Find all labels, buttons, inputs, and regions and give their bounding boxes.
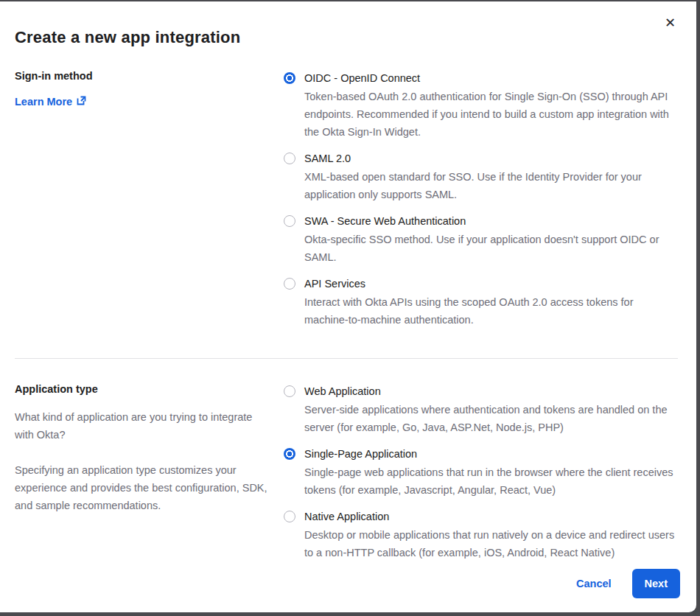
- create-app-integration-dialog: ✕ Create a new app integration Sign-in m…: [0, 1, 696, 612]
- radio-option-native-application[interactable]: Native Application Desktop or mobile app…: [284, 508, 678, 561]
- option-body: Single-Page Application Single-page web …: [304, 446, 678, 499]
- application-type-heading: Application type: [15, 383, 269, 395]
- radio-option-web-application[interactable]: Web Application Server-side applications…: [284, 383, 678, 436]
- option-body: SWA - Secure Web Authentication Okta-spe…: [304, 213, 678, 266]
- radio-button-swa[interactable]: [284, 215, 295, 227]
- radio-button-native-application[interactable]: [284, 511, 295, 522]
- radio-option-api-services[interactable]: API Services Interact with Okta APIs usi…: [284, 276, 678, 329]
- radio-option-single-page-application[interactable]: Single-Page Application Single-page web …: [284, 446, 678, 499]
- dialog-content: Create a new app integration Sign-in met…: [0, 1, 696, 571]
- radio-option-saml[interactable]: SAML 2.0 XML-based open standard for SSO…: [284, 150, 678, 203]
- application-type-question: What kind of application are you trying …: [15, 408, 269, 444]
- option-description-api-services: Interact with Okta APIs using the scoped…: [304, 293, 678, 329]
- radio-button-api-services[interactable]: [284, 278, 295, 290]
- option-body: API Services Interact with Okta APIs usi…: [304, 276, 678, 329]
- application-type-explanation: Specifying an application type customize…: [15, 461, 269, 514]
- option-label-web-application: Web Application: [304, 383, 678, 399]
- next-button[interactable]: Next: [632, 569, 680, 598]
- radio-option-oidc[interactable]: OIDC - OpenID Connect Token-based OAuth …: [284, 70, 678, 141]
- option-description-single-page-application: Single-page web applications that run in…: [304, 463, 678, 499]
- radio-button-web-application[interactable]: [284, 385, 295, 397]
- application-type-left-column: Application type What kind of applicatio…: [15, 383, 284, 571]
- signin-method-heading: Sign-in method: [15, 70, 269, 82]
- option-description-oidc: Token-based OAuth 2.0 authentication for…: [304, 88, 678, 141]
- radio-option-swa[interactable]: SWA - Secure Web Authentication Okta-spe…: [284, 213, 678, 266]
- signin-method-left-column: Sign-in method Learn More: [15, 70, 284, 338]
- dialog-footer: Cancel Next: [576, 569, 680, 598]
- radio-button-oidc[interactable]: [284, 72, 295, 84]
- learn-more-label: Learn More: [15, 96, 72, 108]
- radio-button-saml[interactable]: [284, 153, 295, 164]
- option-label-saml: SAML 2.0: [304, 150, 678, 167]
- option-label-native-application: Native Application: [304, 508, 678, 525]
- option-label-single-page-application: Single-Page Application: [304, 446, 678, 462]
- learn-more-link[interactable]: Learn More: [15, 96, 86, 108]
- section-divider: [15, 358, 678, 359]
- cancel-button[interactable]: Cancel: [576, 578, 612, 589]
- application-type-section: Application type What kind of applicatio…: [15, 383, 678, 571]
- option-description-native-application: Desktop or mobile applications that run …: [304, 526, 678, 561]
- radio-button-single-page-application[interactable]: [284, 448, 295, 460]
- option-label-swa: SWA - Secure Web Authentication: [304, 213, 678, 229]
- close-icon[interactable]: ✕: [665, 16, 676, 29]
- application-type-options: Web Application Server-side applications…: [284, 383, 678, 571]
- option-body: Web Application Server-side applications…: [304, 383, 678, 436]
- signin-method-section: Sign-in method Learn More: [15, 70, 678, 338]
- option-description-swa: Okta-specific SSO method. Use if your ap…: [304, 231, 678, 266]
- option-body: OIDC - OpenID Connect Token-based OAuth …: [304, 70, 678, 141]
- external-link-icon: [77, 96, 86, 108]
- option-label-oidc: OIDC - OpenID Connect: [304, 70, 678, 86]
- option-body: Native Application Desktop or mobile app…: [304, 508, 678, 561]
- option-description-saml: XML-based open standard for SSO. Use if …: [304, 168, 678, 203]
- option-description-web-application: Server-side applications where authentic…: [304, 401, 678, 436]
- signin-method-options: OIDC - OpenID Connect Token-based OAuth …: [284, 70, 678, 338]
- dialog-title: Create a new app integration: [15, 28, 678, 47]
- option-label-api-services: API Services: [304, 276, 678, 292]
- option-body: SAML 2.0 XML-based open standard for SSO…: [304, 150, 678, 203]
